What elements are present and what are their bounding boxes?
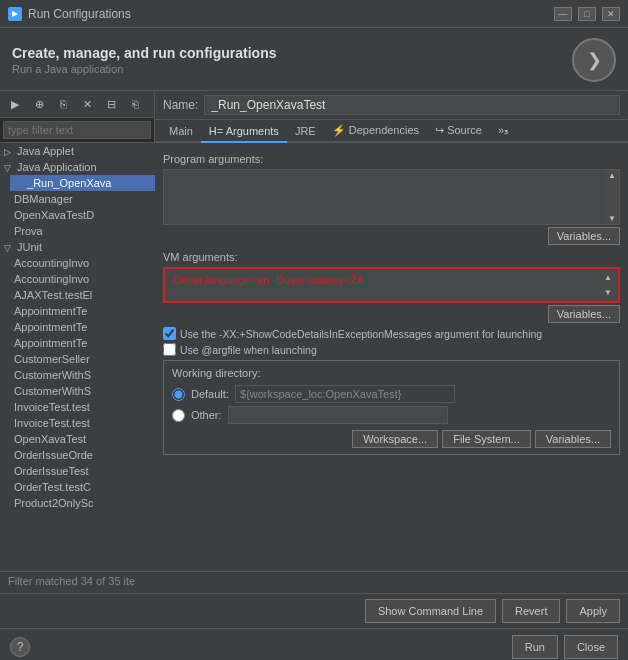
content-area: Name: Main H= Arguments JRE ⚡ Dependenci… [155, 91, 628, 571]
sidebar-item-invoicetest2[interactable]: InvoiceTest.test [10, 415, 155, 431]
name-row: Name: [155, 91, 628, 120]
sidebar-item-openxava-testd[interactable]: OpenXavaTestD [10, 207, 155, 223]
tabs-bar: Main H= Arguments JRE ⚡ Dependencies ↪ S… [155, 120, 628, 143]
default-radio-row: Default: [172, 385, 611, 403]
close-dialog-button[interactable]: Close [564, 635, 618, 659]
panel-content: Program arguments: ▲ ▼ Variables... VM a… [155, 143, 628, 563]
junit-group: AccountingInvo AccountingInvo AJAXTest.t… [0, 255, 155, 511]
dir-variables-button[interactable]: Variables... [535, 430, 611, 448]
variables-btn-wrapper: Variables... [163, 225, 620, 245]
help-button[interactable]: ? [10, 637, 30, 657]
sidebar-item-prova[interactable]: Prova [10, 223, 155, 239]
show-code-details-label: Use the -XX:+ShowCodeDetailsInExceptionM… [180, 328, 542, 340]
tab-arguments-prefix: H= [209, 125, 226, 137]
scroll-down-icon[interactable]: ▼ [608, 214, 616, 223]
show-command-line-button[interactable]: Show Command Line [365, 599, 496, 623]
scroll-up-icon[interactable]: ▲ [604, 273, 612, 282]
program-args-variables-button[interactable]: Variables... [548, 227, 620, 245]
maximize-button[interactable]: □ [578, 7, 596, 21]
vm-args-section: -Duser.language=en -Duser.country=ZA ▲ ▼… [163, 267, 620, 323]
sidebar-item-label: OrderIssueTest [14, 465, 89, 477]
use-argfile-checkbox[interactable] [163, 343, 176, 356]
sidebar-item-label: InvoiceTest.test [14, 401, 90, 413]
vm-args-label: VM arguments: [163, 251, 620, 263]
sidebar-item-product2[interactable]: Product2OnlySc [10, 495, 155, 511]
sidebar-item-accounting2[interactable]: AccountingInvo [10, 271, 155, 287]
filter-button[interactable]: ✕ [76, 93, 98, 115]
use-argfile-row: Use @argfile when launching [163, 343, 620, 356]
header-title: Create, manage, and run configurations [12, 45, 277, 61]
sidebar-filter[interactable] [0, 118, 154, 143]
vm-args-scrollbar[interactable]: ▲ ▼ [601, 272, 615, 298]
minimize-button[interactable]: — [554, 7, 572, 21]
tab-more[interactable]: »₃ [490, 120, 516, 143]
sidebar-item-appointment2[interactable]: AppointmentTe [10, 319, 155, 335]
name-label: Name: [163, 98, 198, 112]
sidebar-item-customerwith1[interactable]: CustomerWithS [10, 367, 155, 383]
sidebar-item-invoicetest1[interactable]: InvoiceTest.test [10, 399, 155, 415]
sidebar-item-label: OpenXavaTest [14, 433, 86, 445]
vm-args-variables-button[interactable]: Variables... [548, 305, 620, 323]
sidebar-item-label: Java Applet [17, 145, 74, 157]
sidebar-item-ajaxtest[interactable]: AJAXTest.testEl [10, 287, 155, 303]
sidebar-item-label: CustomerSeller [14, 353, 90, 365]
run-button[interactable]: Run [512, 635, 558, 659]
sidebar-item-label: AppointmentTe [14, 337, 87, 349]
apply-button[interactable]: Apply [566, 599, 620, 623]
sidebar-item-orderissueorde[interactable]: OrderIssueOrde [10, 447, 155, 463]
close-button[interactable]: ✕ [602, 7, 620, 21]
window-title: Run Configurations [28, 7, 554, 21]
sidebar-item-junit[interactable]: ▽ JUnit [0, 239, 155, 255]
sidebar-item-orderissuetest[interactable]: OrderIssueTest [10, 463, 155, 479]
other-radio-row: Other: [172, 406, 611, 424]
sidebar-item-appointment1[interactable]: AppointmentTe [10, 303, 155, 319]
scroll-up-icon[interactable]: ▲ [608, 171, 616, 180]
sidebar-item-label: Product2OnlySc [14, 497, 93, 509]
filter-input[interactable] [3, 121, 151, 139]
scroll-down-icon[interactable]: ▼ [604, 288, 612, 297]
expand-icon: ▽ [4, 163, 14, 173]
sidebar-item-label: CustomerWithS [14, 369, 91, 381]
workspace-button[interactable]: Workspace... [352, 430, 438, 448]
other-dir-input[interactable] [228, 406, 448, 424]
sidebar-item-customerwith2[interactable]: CustomerWithS [10, 383, 155, 399]
tab-dependencies-prefix: ⚡ [332, 124, 349, 136]
indent [14, 179, 24, 189]
next-arrow-button[interactable]: ❯ [572, 38, 616, 82]
default-radio[interactable] [172, 388, 185, 401]
tab-jre[interactable]: JRE [287, 121, 324, 143]
use-argfile-label: Use @argfile when launching [180, 344, 317, 356]
sidebar-item-ordertest[interactable]: OrderTest.testC [10, 479, 155, 495]
sidebar-item-appointment3[interactable]: AppointmentTe [10, 335, 155, 351]
sidebar-item-customerseller[interactable]: CustomerSeller [10, 351, 155, 367]
sidebar-item-java-application[interactable]: ▽ Java Application [0, 159, 155, 175]
revert-button[interactable]: Revert [502, 599, 560, 623]
show-code-details-checkbox[interactable] [163, 327, 176, 340]
delete-button[interactable]: ⎘ [52, 93, 74, 115]
window-icon: ▶ [8, 7, 22, 21]
duplicate-button[interactable]: ⊕ [28, 93, 50, 115]
sidebar-item-accounting1[interactable]: AccountingInvo [10, 255, 155, 271]
program-args-box[interactable]: ▲ ▼ [163, 169, 620, 225]
collapse-button[interactable]: ⊟ [100, 93, 122, 115]
bottom-right: Run Close [512, 635, 618, 659]
sidebar-item-openxavatest[interactable]: OpenXavaTest [10, 431, 155, 447]
status-bar: Filter matched 34 of 35 ite [0, 571, 628, 593]
tab-dependencies[interactable]: ⚡ Dependencies [324, 120, 427, 143]
tab-source[interactable]: ↪ Source [427, 120, 490, 143]
show-code-details-row: Use the -XX:+ShowCodeDetailsInExceptionM… [163, 327, 620, 340]
filesystem-button[interactable]: File System... [442, 430, 531, 448]
sidebar-tree: ▷ Java Applet ▽ Java Application _Run_Op… [0, 143, 155, 571]
link-button[interactable]: ⎗ [124, 93, 146, 115]
sidebar-item-java-applet[interactable]: ▷ Java Applet [0, 143, 155, 159]
other-radio[interactable] [172, 409, 185, 422]
sidebar-item-dbmanager[interactable]: DBManager [10, 191, 155, 207]
new-config-button[interactable]: ▶ [4, 93, 26, 115]
vm-args-box[interactable]: -Duser.language=en -Duser.country=ZA ▲ ▼ [163, 267, 620, 303]
program-args-scrollbar[interactable]: ▲ ▼ [605, 170, 619, 224]
sidebar-item-run-openxava[interactable]: _Run_OpenXava [10, 175, 155, 191]
tab-arguments[interactable]: H= Arguments [201, 121, 287, 143]
name-input[interactable] [204, 95, 620, 115]
tab-main[interactable]: Main [161, 121, 201, 143]
bottom-left: ? [10, 637, 30, 657]
